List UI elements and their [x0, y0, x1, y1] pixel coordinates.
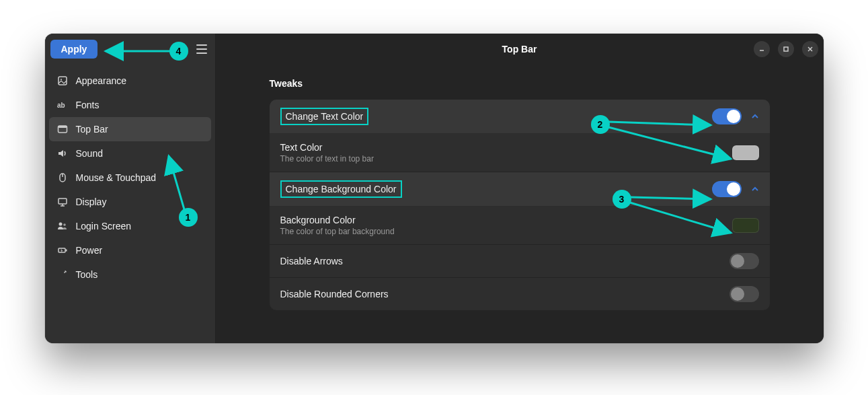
svg-point-1 [61, 79, 62, 80]
main-content: Tweaks Change Text Color Text Color The … [216, 65, 824, 343]
login-icon [57, 221, 68, 231]
sidebar-item-appearance[interactable]: Appearance [49, 69, 211, 93]
setting-label: Change Background Color [280, 180, 402, 198]
power-icon [57, 245, 68, 256]
sidebar-item-label: Display [76, 196, 107, 207]
maximize-button[interactable] [778, 41, 794, 57]
text-color-swatch[interactable] [732, 145, 759, 160]
bg-color-swatch[interactable] [732, 218, 759, 233]
apply-button[interactable]: Apply [50, 40, 98, 59]
close-button[interactable] [802, 41, 818, 57]
sidebar-item-label: Mouse & Touchpad [76, 172, 157, 183]
chevron-up-icon[interactable] [751, 112, 759, 120]
svg-rect-15 [784, 47, 788, 51]
tools-icon [57, 269, 68, 280]
section-title: Tweaks [270, 78, 770, 89]
appearance-icon [57, 75, 68, 86]
sidebar-item-fonts[interactable]: ab Fonts [49, 93, 211, 117]
sidebar-item-label: Fonts [76, 100, 100, 110]
setting-desc: The color of top bar background [280, 227, 732, 236]
minimize-button[interactable] [754, 41, 770, 57]
sidebar: Apply Appearance ab Fonts [45, 34, 216, 343]
sidebar-item-label: Sound [76, 148, 103, 159]
sidebar-item-power[interactable]: Power [49, 238, 211, 262]
page-title: Top Bar [502, 44, 537, 55]
toggle-change-text-color[interactable] [712, 108, 742, 124]
tweaks-card: Change Text Color Text Color The color o… [270, 100, 770, 310]
svg-point-11 [63, 223, 66, 226]
hamburger-menu-icon[interactable] [194, 41, 210, 57]
svg-rect-13 [65, 250, 67, 252]
svg-rect-7 [58, 199, 67, 204]
svg-text:ab: ab [57, 102, 65, 109]
sidebar-item-label: Login Screen [76, 221, 132, 231]
sidebar-header: Apply [45, 34, 215, 65]
annotation-badge-3: 3 [613, 190, 631, 209]
display-icon [57, 196, 68, 207]
svg-rect-0 [58, 77, 67, 85]
toggle-disable-arrows[interactable] [729, 253, 759, 269]
mouse-icon [57, 172, 68, 183]
setting-change-bg-color: Change Background Color [270, 172, 770, 207]
setting-label: Text Color [280, 142, 732, 153]
annotation-badge-2: 2 [591, 115, 610, 134]
chevron-up-icon[interactable] [751, 185, 759, 193]
setting-label: Disable Arrows [280, 256, 729, 266]
svg-rect-4 [58, 126, 67, 128]
setting-change-text-color: Change Text Color [270, 100, 770, 134]
setting-disable-arrows: Disable Arrows [270, 245, 770, 278]
annotation-badge-4: 4 [169, 42, 188, 61]
toggle-change-bg-color[interactable] [712, 181, 742, 197]
setting-disable-rounded: Disable Rounded Corners [270, 278, 770, 310]
sidebar-item-label: Appearance [76, 75, 127, 86]
fonts-icon: ab [57, 100, 68, 110]
setting-text-color: Text Color The color of text in top bar [270, 134, 770, 172]
main-header: Top Bar [216, 34, 824, 65]
app-window: Apply Appearance ab Fonts [45, 34, 824, 343]
setting-bg-color: Background Color The color of top bar ba… [270, 207, 770, 245]
setting-label: Background Color [280, 215, 732, 225]
topbar-icon [57, 124, 68, 135]
sound-icon [57, 148, 68, 159]
sidebar-item-label: Top Bar [76, 124, 108, 135]
sidebar-item-topbar[interactable]: Top Bar [49, 117, 211, 141]
main-panel: Top Bar Tweaks Change Text Color [216, 34, 824, 343]
sidebar-item-label: Tools [76, 269, 98, 280]
annotation-badge-1: 1 [179, 208, 198, 227]
window-controls [754, 41, 818, 57]
setting-label: Disable Rounded Corners [280, 289, 729, 299]
setting-label: Change Text Color [280, 108, 369, 125]
svg-point-10 [58, 223, 62, 226]
sidebar-item-mouse[interactable]: Mouse & Touchpad [49, 166, 211, 190]
setting-desc: The color of text in top bar [280, 154, 732, 164]
sidebar-item-sound[interactable]: Sound [49, 141, 211, 166]
sidebar-item-label: Power [76, 245, 103, 256]
sidebar-nav: Appearance ab Fonts Top Bar Sound [45, 65, 215, 291]
sidebar-item-tools[interactable]: Tools [49, 262, 211, 287]
toggle-disable-rounded[interactable] [729, 286, 759, 302]
